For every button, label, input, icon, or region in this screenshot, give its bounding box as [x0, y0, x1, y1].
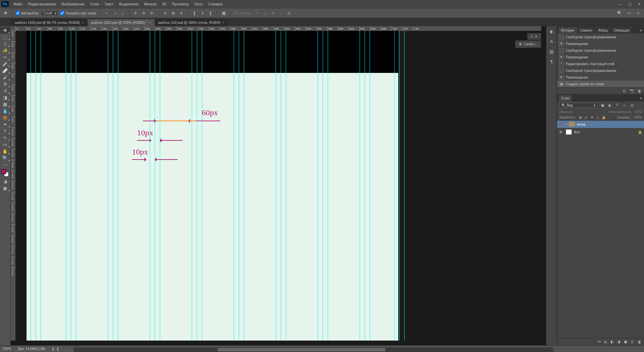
guide-line[interactable] — [66, 31, 66, 341]
guide-line[interactable] — [394, 31, 395, 341]
align-left-icon[interactable]: ⊩ — [133, 10, 139, 16]
lock-all-icon[interactable]: 🔒 — [602, 116, 606, 119]
guide-line[interactable] — [71, 31, 71, 341]
wand-tool[interactable]: ✨ — [0, 47, 10, 54]
libraries-icon[interactable]: ▤ — [548, 48, 555, 55]
path-tool[interactable]: ↖ — [0, 134, 10, 141]
tab-history[interactable]: История — [558, 27, 577, 34]
auto-select-check[interactable]: Автовыбор: — [16, 11, 39, 15]
layer-filter-select[interactable]: 🔍 Вид ▾ — [559, 103, 598, 108]
menu-Редактирование[interactable]: Редактирование — [25, 1, 59, 7]
horizontal-scrollbar[interactable] — [74, 347, 553, 352]
guide-line[interactable] — [239, 31, 239, 341]
brush-tool[interactable]: 🖌 — [0, 74, 10, 81]
filter-adjust-icon[interactable]: ◐ — [607, 103, 612, 107]
menu-Справка[interactable]: Справка — [205, 1, 225, 7]
healing-tool[interactable]: 🩹 — [0, 67, 10, 74]
properties-label-panel[interactable]: ⚙ Свойст... — [515, 40, 541, 48]
maximize-button[interactable]: ▢ — [625, 1, 635, 7]
guide-line[interactable] — [76, 31, 76, 341]
document-tab[interactable]: шаблон 320.psd @ 100% (сетка, RGB/8)× — [155, 19, 228, 26]
document-tab[interactable]: шаблон 1024.psd @ 200% (RGB/8) *× — [88, 19, 154, 26]
camera-icon[interactable]: 📷 — [630, 89, 634, 93]
character-icon[interactable]: A — [548, 38, 555, 45]
crop-tool[interactable]: ✂ — [0, 54, 10, 60]
gradient-tool[interactable]: ▦ — [0, 101, 10, 107]
workspace-icon[interactable]: ▭ — [626, 10, 632, 16]
filter-toggle[interactable]: ○ — [637, 103, 642, 107]
move-tool[interactable]: ✥ — [0, 27, 10, 34]
distribute-left-icon[interactable]: ‖ — [191, 10, 197, 16]
fill-layer-icon[interactable]: ◑ — [617, 340, 620, 344]
search-icon[interactable]: 🔍 — [616, 10, 623, 16]
doc-size[interactable]: Док: 14,6M/12,0M — [18, 347, 45, 351]
menu-Изображение[interactable]: Изображение — [59, 1, 87, 7]
filter-smart-icon[interactable]: ◫ — [629, 103, 635, 107]
align-right-icon[interactable]: ⊫ — [149, 10, 155, 16]
align-hcenter-icon[interactable]: ⊪ — [141, 10, 147, 16]
guide-line[interactable] — [202, 31, 202, 341]
filter-type-icon[interactable]: T — [614, 103, 620, 107]
guide-line[interactable] — [113, 31, 113, 341]
guide-line[interactable] — [286, 31, 286, 341]
guide-line[interactable] — [197, 31, 197, 341]
menu-Текст[interactable]: Текст — [102, 1, 117, 7]
guide-line[interactable] — [328, 31, 328, 341]
chevron-right-icon[interactable]: › — [566, 123, 567, 126]
workspace-menu-icon[interactable]: » — [635, 10, 641, 16]
tab-symbol[interactable]: Символ — [578, 27, 595, 34]
shape-tool[interactable]: ▭ — [0, 141, 10, 148]
guide-line[interactable] — [150, 31, 150, 341]
zoom-level[interactable]: 200% — [3, 347, 11, 351]
layer-row[interactable]: 👁Фон🔒 — [557, 128, 644, 136]
eyedropper-tool[interactable]: 💉 — [0, 60, 10, 67]
lasso-tool[interactable]: 𝓛 — [0, 40, 10, 47]
layer-row[interactable]: 👁›сетка — [557, 121, 644, 128]
new-snapshot-icon[interactable]: 🗋 — [623, 89, 626, 93]
quickmask-tool[interactable]: ◑ — [0, 178, 10, 185]
tab-close-icon[interactable]: × — [222, 21, 224, 25]
auto-align-icon[interactable]: ▦ — [221, 10, 227, 16]
history-item[interactable]: TРедактировать текстовый слой — [557, 60, 644, 67]
ruler-origin[interactable] — [11, 26, 15, 31]
screenmode-tool[interactable]: ▣ — [0, 185, 10, 191]
guide-line[interactable] — [399, 31, 400, 341]
color-swatch[interactable] — [1, 169, 9, 177]
show-transform-check[interactable]: Показать упр. элем. — [60, 11, 97, 15]
document-tab[interactable]: шаблон 1920.psd @ 66,7% (сетка, RGB/8)× — [11, 19, 87, 26]
close-icon[interactable]: ✕ — [535, 35, 538, 38]
history-item[interactable]: ⬚Свободное трансформирование — [557, 47, 644, 54]
delete-layer-icon[interactable]: 🗑 — [638, 340, 641, 344]
ruler-vertical[interactable]: 8060402002040608010012014016018020022024… — [11, 31, 15, 341]
guide-line[interactable] — [234, 31, 234, 341]
panel-menu-icon[interactable]: ≡ — [638, 27, 644, 34]
mask-icon[interactable]: ◐ — [610, 340, 614, 344]
trash-icon[interactable]: 🗑 — [638, 89, 641, 93]
tab-close-icon[interactable]: × — [149, 21, 151, 25]
close-button[interactable]: ✕ — [635, 1, 644, 7]
marquee-tool[interactable]: ⬚ — [0, 34, 10, 40]
blur-tool[interactable]: 💧 — [0, 107, 10, 114]
menu-Просмотр[interactable]: Просмотр — [169, 1, 191, 7]
history-item[interactable]: ⬚Свободное трансформирование — [557, 34, 644, 40]
stamp-tool[interactable]: ⧉ — [0, 81, 10, 87]
eraser-tool[interactable]: ◨ — [0, 94, 10, 101]
paragraph-icon[interactable]: ¶ — [548, 58, 555, 65]
lock-brush-icon[interactable]: 🖌 — [585, 116, 588, 119]
distribute-bottom-icon[interactable]: ≡ — [178, 10, 184, 16]
new-layer-icon[interactable]: 🗋 — [631, 340, 634, 344]
blend-mode[interactable]: Обычные — [559, 110, 572, 114]
guide-line[interactable] — [31, 31, 31, 341]
visibility-icon[interactable]: 👁 — [559, 122, 564, 126]
pen-tool[interactable]: ✒ — [0, 121, 10, 128]
guide-line[interactable] — [281, 31, 281, 341]
menu-Файл[interactable]: Файл — [11, 1, 25, 7]
guide-line[interactable] — [108, 31, 108, 341]
guide-line[interactable] — [404, 31, 405, 341]
guide-line[interactable] — [370, 31, 370, 341]
lock-artboard-icon[interactable]: ▢ — [596, 116, 599, 119]
tab-close-icon[interactable]: × — [82, 21, 84, 25]
layers-menu-icon[interactable]: ≡ — [638, 95, 644, 101]
menu-Выделение[interactable]: Выделение — [117, 1, 141, 7]
distribute-top-icon[interactable]: ≡ — [162, 10, 168, 16]
